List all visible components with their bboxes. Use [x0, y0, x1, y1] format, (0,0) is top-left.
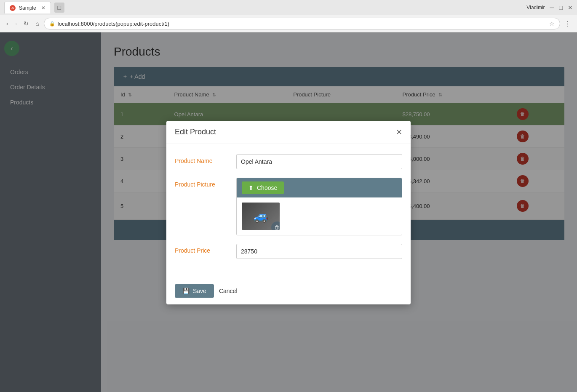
- upload-area: ⬆ Choose 🚙 🗑: [236, 178, 402, 235]
- edit-product-modal: Edit Product ✕ Product Name Product Pict…: [166, 121, 411, 304]
- modal-body: Product Name Product Picture ⬆ Choose: [166, 144, 411, 277]
- forward-button[interactable]: ›: [13, 19, 19, 28]
- minimize-btn[interactable]: ─: [550, 4, 554, 11]
- modal-overlay: Edit Product ✕ Product Name Product Pict…: [0, 32, 577, 392]
- back-button[interactable]: ‹: [4, 19, 11, 28]
- product-name-row: Product Name: [175, 154, 402, 169]
- product-price-label: Product Price: [175, 244, 230, 254]
- product-picture-label: Product Picture: [175, 178, 230, 188]
- window-controls: ─ □ ✕: [550, 4, 573, 11]
- app-container: ‹ Orders Order Details Products Products…: [0, 32, 577, 392]
- product-price-row: Product Price: [175, 244, 402, 259]
- lock-icon: 🔒: [49, 21, 55, 27]
- upload-icon: ⬆: [248, 184, 254, 191]
- tab-favicon: A: [10, 5, 16, 11]
- upload-preview: 🚙 🗑: [237, 197, 402, 235]
- browser-titlebar: A Sample ✕ □ Vladimir ─ □ ✕: [0, 0, 577, 15]
- product-name-input[interactable]: [236, 154, 402, 169]
- modal-close-button[interactable]: ✕: [396, 128, 402, 137]
- modal-title: Edit Product: [175, 128, 216, 136]
- product-name-label: Product Name: [175, 154, 230, 164]
- user-label: Vladimir: [526, 5, 545, 11]
- browser-addressbar: ‹ › ↻ ⌂ 🔒 localhost:8000/products(popup:…: [0, 15, 577, 32]
- new-tab-button[interactable]: □: [54, 3, 64, 13]
- remove-image-button[interactable]: 🗑: [271, 221, 280, 230]
- maximize-btn[interactable]: □: [559, 4, 563, 11]
- browser-chrome: A Sample ✕ □ Vladimir ─ □ ✕ ‹ › ↻ ⌂ 🔒 lo…: [0, 0, 577, 32]
- car-preview-icon: 🚙: [254, 209, 268, 223]
- cancel-button[interactable]: Cancel: [219, 288, 238, 294]
- modal-footer: 💾 Save Cancel: [166, 277, 411, 304]
- browser-tab[interactable]: A Sample ✕: [4, 2, 51, 13]
- tab-label: Sample: [19, 5, 36, 11]
- preview-thumbnail: 🚙 🗑: [242, 203, 280, 230]
- save-button[interactable]: 💾 Save: [175, 284, 214, 298]
- bookmark-icon[interactable]: ☆: [549, 20, 555, 27]
- home-button[interactable]: ⌂: [33, 19, 41, 28]
- modal-header: Edit Product ✕: [166, 121, 411, 144]
- upload-toolbar: ⬆ Choose: [237, 178, 402, 197]
- close-btn[interactable]: ✕: [568, 4, 573, 11]
- choose-file-button[interactable]: ⬆ Choose: [242, 181, 284, 194]
- product-price-input[interactable]: [236, 244, 402, 259]
- tab-area: A Sample ✕ □: [4, 2, 526, 13]
- product-picture-row: Product Picture ⬆ Choose 🚙 🗑: [175, 178, 402, 235]
- url-text: localhost:8000/products(popup:edit-produ…: [58, 21, 169, 27]
- reload-button[interactable]: ↻: [21, 19, 31, 28]
- save-icon: 💾: [182, 288, 190, 294]
- browser-menu-button[interactable]: ⋮: [563, 20, 573, 28]
- address-bar[interactable]: 🔒 localhost:8000/products(popup:edit-pro…: [44, 18, 560, 29]
- tab-close-btn[interactable]: ✕: [41, 5, 45, 11]
